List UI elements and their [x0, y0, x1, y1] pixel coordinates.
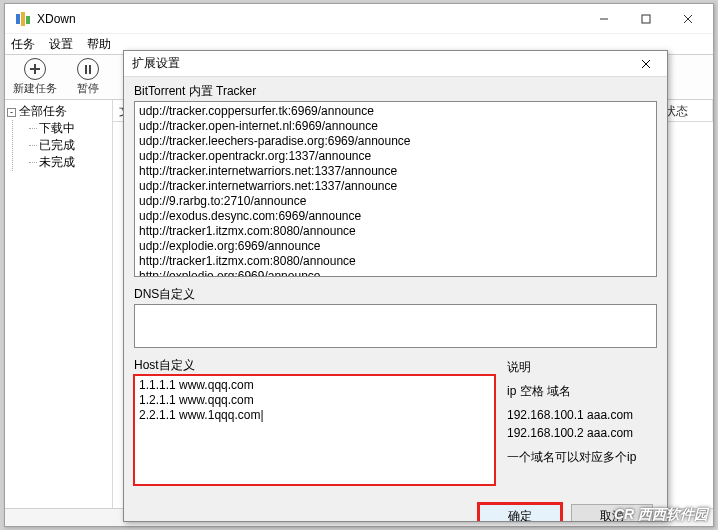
new-task-button[interactable]: 新建任务 [13, 58, 57, 96]
window-title: XDown [37, 12, 583, 26]
tracker-group: BitTorrent 内置 Tracker [134, 83, 657, 280]
tree-node-downloading[interactable]: 下载中 [29, 120, 110, 137]
menu-settings[interactable]: 设置 [49, 36, 73, 53]
tracker-textarea[interactable] [134, 101, 657, 277]
desc-line1: ip 空格 域名 [507, 382, 657, 400]
dialog-buttons: 确定 取消 [134, 494, 657, 521]
dns-textarea[interactable] [134, 304, 657, 348]
desc-example1: 192.168.100.1 aaa.com [507, 406, 657, 424]
sidebar: -全部任务 下载中 已完成 未完成 [5, 100, 113, 508]
pause-icon [77, 58, 99, 80]
window-controls [583, 5, 709, 33]
host-textarea[interactable] [134, 375, 495, 485]
pause-button[interactable]: 暂停 [77, 58, 99, 96]
minimize-button[interactable] [583, 5, 625, 33]
plus-icon [24, 58, 46, 80]
tree-node-completed[interactable]: 已完成 [29, 137, 110, 154]
tree-children: 下载中 已完成 未完成 [12, 120, 110, 171]
desc-note: 一个域名可以对应多个ip [507, 448, 657, 466]
desc-title: 说明 [507, 358, 657, 376]
menu-tasks[interactable]: 任务 [11, 36, 35, 53]
svg-rect-4 [642, 15, 650, 23]
tree-node-incomplete[interactable]: 未完成 [29, 154, 110, 171]
maximize-button[interactable] [625, 5, 667, 33]
tree-collapse-icon[interactable]: - [7, 108, 16, 117]
dialog-body: BitTorrent 内置 Tracker DNS自定义 Host自定义 说明 … [124, 77, 667, 521]
host-left: Host自定义 [134, 357, 495, 488]
host-label: Host自定义 [134, 357, 495, 374]
desc-example2: 192.168.100.2 aaa.com [507, 424, 657, 442]
pause-label: 暂停 [77, 81, 99, 96]
dialog-titlebar[interactable]: 扩展设置 [124, 51, 667, 77]
dns-group: DNS自定义 [134, 286, 657, 351]
host-group: Host自定义 说明 ip 空格 域名 192.168.100.1 aaa.co… [134, 357, 657, 488]
dialog-close-button[interactable] [633, 54, 659, 74]
titlebar[interactable]: XDown [5, 4, 713, 34]
tree-root-node[interactable]: -全部任务 [7, 103, 110, 120]
tree-root-label: 全部任务 [19, 104, 67, 118]
close-button[interactable] [667, 5, 709, 33]
host-description: 说明 ip 空格 域名 192.168.100.1 aaa.com 192.16… [507, 357, 657, 488]
cancel-button[interactable]: 取消 [571, 504, 653, 521]
app-icon [15, 11, 31, 27]
extension-settings-dialog: 扩展设置 BitTorrent 内置 Tracker DNS自定义 Host自定… [123, 50, 668, 522]
dialog-title: 扩展设置 [132, 55, 633, 72]
svg-rect-0 [16, 14, 20, 24]
menu-help[interactable]: 帮助 [87, 36, 111, 53]
svg-rect-1 [21, 12, 25, 26]
svg-rect-2 [26, 16, 30, 24]
ok-button[interactable]: 确定 [479, 504, 561, 521]
tree[interactable]: -全部任务 下载中 已完成 未完成 [7, 103, 110, 171]
tracker-label: BitTorrent 内置 Tracker [134, 83, 657, 100]
new-task-label: 新建任务 [13, 81, 57, 96]
dns-label: DNS自定义 [134, 286, 657, 303]
